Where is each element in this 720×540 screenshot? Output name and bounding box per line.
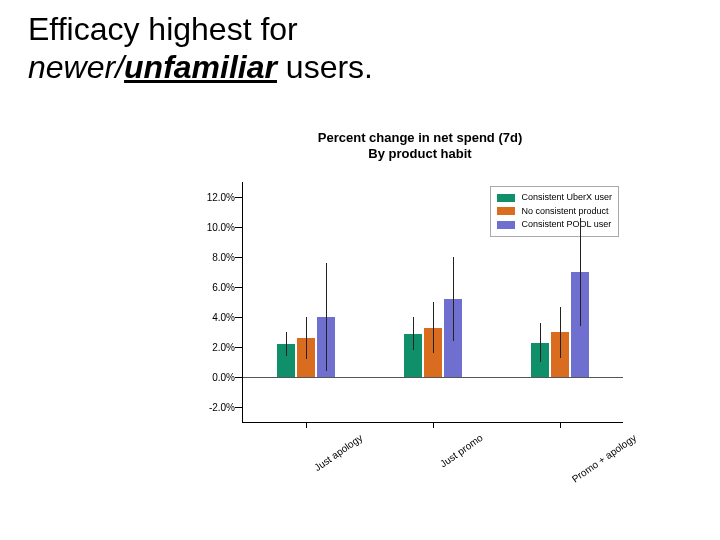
ytick-label: 12.0%: [207, 192, 235, 203]
ytick: [235, 197, 243, 198]
error-bar: [453, 257, 454, 341]
ytick: [235, 407, 243, 408]
xtick-label: Promo + apology: [569, 432, 637, 485]
legend-entry: No consistent product: [497, 205, 612, 219]
ytick-label: 6.0%: [212, 282, 235, 293]
legend-label: Consistent UberX user: [521, 191, 612, 205]
error-bar: [560, 307, 561, 358]
chart-title-line2: By product habit: [368, 146, 471, 161]
legend-swatch: [497, 221, 515, 229]
zero-line: [243, 377, 623, 378]
ytick-label: 8.0%: [212, 252, 235, 263]
ytick-label: -2.0%: [209, 402, 235, 413]
headline-prefix: Efficacy highest for: [28, 11, 298, 47]
chart-plot-area: Consistent UberX user No consistent prod…: [242, 182, 623, 423]
ytick: [235, 257, 243, 258]
xtick-label: Just apology: [312, 432, 364, 473]
xtick-label: Just promo: [438, 432, 485, 469]
error-bar: [413, 317, 414, 350]
error-bar: [306, 317, 307, 359]
ytick-label: 0.0%: [212, 372, 235, 383]
xtick: [433, 422, 434, 428]
error-bar: [433, 302, 434, 353]
xtick: [306, 422, 307, 428]
ytick: [235, 347, 243, 348]
xtick: [560, 422, 561, 428]
ytick-label: 4.0%: [212, 312, 235, 323]
chart-title: Percent change in net spend (7d) By prod…: [180, 130, 660, 163]
ytick: [235, 317, 243, 318]
chart-legend: Consistent UberX user No consistent prod…: [490, 186, 619, 237]
error-bar: [326, 263, 327, 371]
headline-suffix: users.: [277, 49, 373, 85]
chart-container: Percent change in net spend (7d) By prod…: [180, 130, 660, 510]
error-bar: [540, 323, 541, 362]
legend-swatch: [497, 207, 515, 215]
error-bar: [286, 332, 287, 356]
ytick: [235, 227, 243, 228]
ytick: [235, 377, 243, 378]
error-bar: [580, 218, 581, 326]
headline-underline: unfamiliar: [124, 49, 277, 85]
ytick: [235, 287, 243, 288]
legend-label: Consistent POOL user: [521, 218, 611, 232]
slide-headline: Efficacy highest for newer/unfamiliar us…: [28, 10, 373, 87]
legend-swatch: [497, 194, 515, 202]
ytick-label: 10.0%: [207, 222, 235, 233]
legend-entry: Consistent POOL user: [497, 218, 612, 232]
ytick-label: 2.0%: [212, 342, 235, 353]
chart-title-line1: Percent change in net spend (7d): [318, 130, 522, 145]
headline-italic: newer/: [28, 49, 124, 85]
legend-label: No consistent product: [521, 205, 608, 219]
legend-entry: Consistent UberX user: [497, 191, 612, 205]
